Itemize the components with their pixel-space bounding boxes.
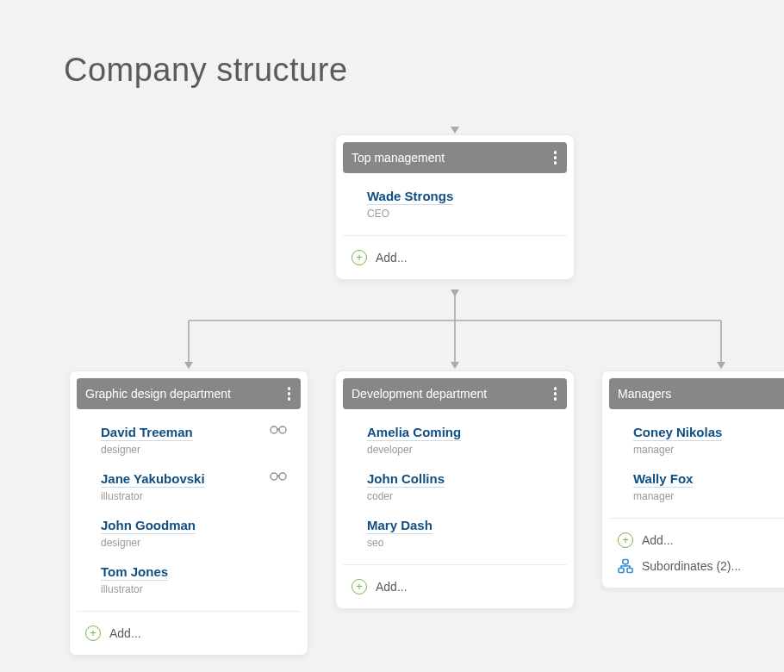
- person-role: designer: [101, 537, 292, 549]
- svg-point-13: [279, 473, 286, 480]
- person-name-link[interactable]: Mary Dash: [367, 518, 432, 534]
- card-header: Managers: [609, 378, 784, 409]
- person-role: coder: [367, 490, 558, 502]
- add-label: Add...: [642, 533, 674, 547]
- person-role: manager: [633, 490, 784, 502]
- person-name-link[interactable]: Tom Jones: [101, 564, 168, 581]
- svg-rect-16: [627, 568, 632, 572]
- glasses-icon: [270, 423, 287, 439]
- svg-point-12: [271, 473, 277, 480]
- page-title: Company structure: [64, 52, 348, 89]
- person-row: David Treeman designer: [101, 418, 292, 464]
- svg-marker-8: [717, 362, 725, 369]
- person-row: John Goodman designer: [101, 511, 292, 557]
- card-footer: + Add... Subordinates (2)...: [609, 518, 784, 579]
- add-button[interactable]: + Add...: [618, 527, 784, 553]
- subordinates-icon: [618, 558, 633, 574]
- person-row: John Collins coder: [367, 464, 558, 511]
- plus-icon: +: [85, 625, 101, 641]
- add-label: Add...: [109, 626, 141, 640]
- svg-marker-9: [451, 127, 459, 134]
- person-list: Coney Nikolas manager Wally Fox manager: [609, 409, 784, 511]
- add-label: Add...: [376, 251, 408, 264]
- person-row: Mary Dash seo: [367, 511, 558, 557]
- card-menu-button[interactable]: [286, 385, 293, 402]
- card-menu-button[interactable]: [552, 149, 559, 166]
- person-list: Wade Strongs CEO: [343, 173, 567, 228]
- person-name-link[interactable]: Jane Yakubovski: [101, 471, 205, 488]
- plus-icon: +: [352, 250, 367, 265]
- card-header: Graphic design department: [77, 378, 301, 409]
- subordinates-button[interactable]: Subordinates (2)...: [618, 553, 784, 579]
- person-list: David Treeman designer Jane Yakubovski i…: [77, 409, 301, 604]
- org-node-top-management: Top management Wade Strongs CEO + Add...: [335, 134, 575, 280]
- person-role: CEO: [367, 208, 558, 220]
- person-row: Wade Strongs CEO: [367, 182, 558, 228]
- card-title: Managers: [618, 387, 671, 401]
- person-row: Tom Jones illustrator: [101, 557, 292, 604]
- card-title: Development department: [352, 387, 487, 401]
- svg-marker-5: [451, 289, 459, 296]
- card-menu-button[interactable]: [552, 385, 559, 402]
- person-role: illustrator: [101, 583, 292, 595]
- svg-point-11: [279, 426, 286, 433]
- plus-icon: +: [352, 579, 367, 594]
- card-header: Top management: [343, 142, 567, 173]
- person-row: Amelia Coming developer: [367, 418, 558, 464]
- person-name-link[interactable]: John Goodman: [101, 518, 196, 534]
- org-node-managers: Managers Coney Nikolas manager Wally Fox…: [601, 370, 784, 588]
- card-title: Top management: [352, 151, 445, 165]
- person-role: manager: [633, 444, 784, 456]
- plus-icon: +: [618, 532, 633, 548]
- person-row: Jane Yakubovski illustrator: [101, 464, 292, 511]
- person-role: designer: [101, 444, 292, 456]
- add-button[interactable]: + Add...: [352, 574, 567, 600]
- card-footer: + Add...: [343, 564, 567, 600]
- svg-marker-6: [184, 362, 193, 369]
- svg-marker-7: [451, 362, 459, 369]
- person-name-link[interactable]: Amelia Coming: [367, 425, 461, 441]
- person-name-link[interactable]: David Treeman: [101, 425, 193, 441]
- svg-point-10: [271, 426, 277, 433]
- org-node-graphic-design: Graphic design department David Treeman …: [69, 370, 308, 656]
- svg-rect-15: [619, 568, 624, 572]
- org-node-development: Development department Amelia Coming dev…: [335, 370, 575, 609]
- person-name-link[interactable]: John Collins: [367, 471, 445, 488]
- person-name-link[interactable]: Wally Fox: [633, 471, 693, 488]
- person-list: Amelia Coming developer John Collins cod…: [343, 409, 567, 557]
- add-label: Add...: [376, 580, 408, 594]
- svg-rect-14: [623, 559, 628, 563]
- person-role: illustrator: [101, 490, 292, 502]
- add-button[interactable]: + Add...: [352, 245, 567, 271]
- person-row: Wally Fox manager: [633, 464, 784, 511]
- card-title: Graphic design department: [85, 387, 231, 401]
- person-name-link[interactable]: Wade Strongs: [367, 189, 453, 205]
- person-row: Coney Nikolas manager: [633, 418, 784, 464]
- card-footer: + Add...: [343, 235, 567, 271]
- person-name-link[interactable]: Coney Nikolas: [633, 425, 722, 441]
- glasses-icon: [270, 470, 287, 485]
- person-role: developer: [367, 444, 558, 456]
- card-header: Development department: [343, 378, 567, 409]
- person-role: seo: [367, 537, 558, 549]
- card-footer: + Add...: [77, 611, 301, 646]
- subordinates-label: Subordinates (2)...: [642, 559, 741, 573]
- add-button[interactable]: + Add...: [85, 620, 301, 646]
